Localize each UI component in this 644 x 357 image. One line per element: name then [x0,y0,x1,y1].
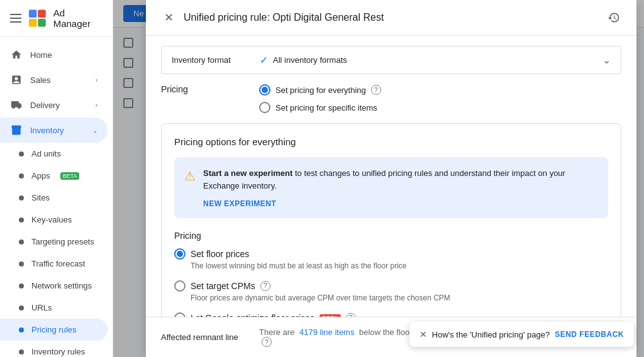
dot-icon [19,305,24,310]
radio-selected-icon [174,248,186,260]
target-cpms-row[interactable]: Set target CPMs ? [174,280,608,292]
delivery-icon [10,99,23,111]
radio-unselected-icon [174,312,186,317]
feedback-toast: ✕ How's the 'Unified pricing' page? SEND… [409,322,634,347]
sidebar-item-sales[interactable]: Sales › [0,67,108,92]
chevron-right-icon: › [96,77,97,84]
svg-rect-0 [29,10,36,18]
sidebar-item-targeting-presets[interactable]: Targeting presets [0,231,108,253]
sidebar-item-label: Network settings [31,281,92,290]
history-icon[interactable] [606,10,621,25]
svg-rect-3 [38,19,45,26]
chevron-down-icon[interactable]: ⌄ [602,54,611,66]
experiment-bold: Start a new experiment [203,168,292,178]
sidebar-item-home[interactable]: Home [0,42,108,67]
sidebar-item-label: Sales [30,75,51,85]
dot-icon [19,261,24,266]
sidebar-header: Ad Manager [0,0,113,37]
send-feedback-link[interactable]: SEND FEEDBACK [555,330,624,339]
google-optimize-row[interactable]: Let Google optimize floor prices BETA ? [174,312,608,317]
inventory-icon [10,124,23,136]
floor-prices-row[interactable]: Set floor prices [174,248,608,260]
sidebar-item-traffic-forecast[interactable]: Traffic forecast [0,253,108,275]
sidebar-item-apps[interactable]: Apps BETA [0,165,108,187]
check-icon: ✓ [260,54,268,66]
help-icon[interactable]: ? [371,85,381,95]
pricing-radio-group: Set pricing for everything ? Set pricing… [259,84,381,113]
sidebar-item-inventory-rules[interactable]: Inventory rules [0,341,108,357]
sidebar-item-label: Ad units [31,149,61,158]
sidebar-item-label: Sites [31,193,50,202]
help-icon[interactable]: ? [262,337,272,347]
footer-info-text: There are [259,327,294,337]
floor-prices-desc: The lowest winning bid must be at least … [191,261,608,272]
dialog-body: Inventory format ✓ All inventory formats… [146,36,636,317]
sidebar: Ad Manager Home Sales › Delivery › [0,0,113,357]
home-icon [10,48,23,61]
experiment-content: Start a new experiment to test changes t… [203,167,598,208]
sidebar-item-inventory[interactable]: Inventory ⌄ [0,118,108,143]
sidebar-item-key-values[interactable]: Key-values [0,209,108,231]
hamburger-icon[interactable] [10,14,21,23]
sidebar-item-ad-units[interactable]: Ad units [0,143,108,165]
dot-icon [19,327,24,332]
google-optimize-item: Let Google optimize floor prices BETA ? … [174,312,608,317]
dot-icon [19,195,24,200]
inventory-format-label: Inventory format [172,55,260,65]
dialog-overlay: ✕ Unified pricing rule: Opti Digital Gen… [113,0,644,357]
logo [28,8,47,28]
sidebar-item-pricing-rules[interactable]: Pricing rules [0,319,108,341]
radio-selected-icon [259,84,270,96]
inventory-format-row: Inventory format ✓ All inventory formats… [161,46,621,74]
svg-rect-1 [38,10,45,18]
svg-rect-2 [29,19,36,26]
target-cpms-item: Set target CPMs ? Floor prices are dynam… [174,280,608,304]
help-icon[interactable]: ? [260,281,270,291]
sidebar-item-urls[interactable]: URLs [0,297,108,319]
radio-label: Set pricing for everything [275,85,366,95]
pricing-options-box: Pricing options for everything ⚠ Start a… [161,123,621,317]
beta-badge: BETA [60,172,80,180]
sidebar-item-label: URLs [31,303,52,312]
sidebar-nav: Home Sales › Delivery › Inventory ⌄ Ad u… [0,37,113,357]
footer-section-label: Affected remnant line [161,332,249,342]
radio-label: Set pricing for specific items [275,103,377,113]
dot-icon [19,173,24,178]
target-cpms-desc: Floor prices are dynamic but average CPM… [191,293,608,304]
dialog-title: Unified pricing rule: Opti Digital Gener… [184,12,599,23]
close-button[interactable]: ✕ [161,10,176,25]
experiment-banner: ⚠ Start a new experiment to test changes… [174,157,608,218]
dialog-header: ✕ Unified pricing rule: Opti Digital Gen… [146,0,636,36]
pricing-section: Pricing Set pricing for everything ? Set… [161,84,621,113]
radio-set-everything[interactable]: Set pricing for everything ? [259,84,381,96]
dialog: ✕ Unified pricing rule: Opti Digital Gen… [146,0,636,357]
experiment-text: Start a new experiment to test changes t… [203,167,598,192]
radio-set-items[interactable]: Set pricing for specific items [259,102,381,113]
dot-icon [19,217,24,222]
pricing-section-label: Pricing [161,84,249,113]
sidebar-item-network-settings[interactable]: Network settings [0,275,108,297]
pricing-sub-title: Pricing [174,231,608,241]
sales-icon [10,74,23,86]
sidebar-item-label: Inventory rules [31,347,85,356]
content-area: Ne ⊟ ✕ Unified pricing rule: Opti Digita… [113,0,644,357]
sidebar-item-label: Inventory [30,126,64,135]
dot-icon [19,239,24,244]
sidebar-item-label: Key-values [31,215,72,224]
sidebar-item-label: Targeting presets [31,237,94,246]
app-name: Ad Manager [53,8,103,29]
inventory-format-text: All inventory formats [273,55,347,65]
sidebar-item-sites[interactable]: Sites [0,187,108,209]
chevron-down-icon: ⌄ [92,127,97,134]
warning-icon: ⚠ [184,168,196,208]
sidebar-item-label: Delivery [30,101,60,110]
sidebar-item-label: Pricing rules [31,325,77,334]
chevron-right-icon: › [96,102,97,109]
pricing-options-title: Pricing options for everything [174,136,608,147]
new-experiment-link[interactable]: NEW EXPERIMENT [203,199,276,208]
sidebar-item-label: Apps [31,171,50,180]
sidebar-item-label: Home [30,50,52,60]
sidebar-item-delivery[interactable]: Delivery › [0,92,108,118]
toast-close-button[interactable]: ✕ [419,329,427,339]
footer-line-items-link[interactable]: 4179 line items [299,327,354,337]
